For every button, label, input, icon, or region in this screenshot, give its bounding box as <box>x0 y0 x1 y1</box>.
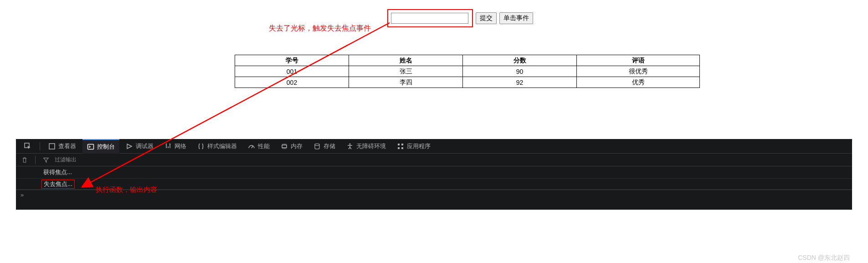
console-icon <box>87 143 94 150</box>
tab-label: 存储 <box>324 142 335 150</box>
cell-score: 90 <box>463 66 577 77</box>
separator <box>40 142 40 150</box>
application-icon <box>397 143 404 150</box>
tab-label: 查看器 <box>58 142 76 150</box>
tab-performance[interactable]: 性能 <box>243 139 274 154</box>
log-highlight-box: 失去焦点... <box>41 180 75 189</box>
th-name: 姓名 <box>349 55 463 66</box>
tab-inspector[interactable]: 查看器 <box>44 139 81 154</box>
tab-label: 网络 <box>175 142 186 150</box>
tab-debugger[interactable]: 调试器 <box>121 139 158 154</box>
svg-rect-9 <box>401 144 403 145</box>
th-score: 分数 <box>463 55 577 66</box>
svg-rect-8 <box>398 144 400 145</box>
tab-label: 应用程序 <box>407 142 431 150</box>
cell-name: 李四 <box>349 77 463 88</box>
devtools-panel: 查看器 控制台 调试器 网络 样式编辑器 性能 内存 存储 <box>16 139 852 210</box>
click-event-button[interactable]: 单击事件 <box>499 12 533 24</box>
data-table: 学号 姓名 分数 评语 001 张三 90 很优秀 002 李四 92 优秀 <box>235 55 700 88</box>
trash-icon[interactable] <box>21 157 28 163</box>
tab-memory[interactable]: 内存 <box>276 139 307 154</box>
cell-comment: 优秀 <box>577 77 700 88</box>
tab-label: 无障碍环境 <box>356 142 386 150</box>
submit-button[interactable]: 提交 <box>476 12 497 24</box>
text-input[interactable] <box>391 13 468 24</box>
separator <box>35 156 36 164</box>
filter-input[interactable]: 过滤输出 <box>55 156 77 164</box>
cell-comment: 很优秀 <box>577 66 700 77</box>
performance-icon <box>248 143 255 150</box>
inspector-icon <box>48 143 56 150</box>
svg-point-6 <box>315 144 319 145</box>
tab-label: 性能 <box>258 142 270 150</box>
console-log-row: 获得焦点... <box>16 166 852 179</box>
debugger-icon <box>126 143 133 150</box>
element-picker-icon <box>24 143 31 150</box>
devtools-tabs: 查看器 控制台 调试器 网络 样式编辑器 性能 内存 存储 <box>16 139 852 154</box>
devtools-pick-button[interactable] <box>20 139 36 154</box>
svg-rect-5 <box>282 145 287 148</box>
memory-icon <box>281 143 288 150</box>
network-icon <box>164 143 172 150</box>
tab-storage[interactable]: 存储 <box>309 139 340 154</box>
th-comment: 评语 <box>577 55 700 66</box>
storage-icon <box>313 143 321 150</box>
accessibility-icon <box>346 143 354 150</box>
th-id: 学号 <box>235 55 349 66</box>
tab-application[interactable]: 应用程序 <box>392 139 435 154</box>
watermark: CSDN @东北赵四 <box>798 254 850 262</box>
svg-point-7 <box>349 143 351 144</box>
cell-score: 92 <box>463 77 577 88</box>
tab-console[interactable]: 控制台 <box>82 139 119 154</box>
console-filter-bar: 过滤输出 <box>16 154 852 166</box>
table-row: 001 张三 90 很优秀 <box>235 66 700 77</box>
cell-id: 002 <box>235 77 349 88</box>
table-row: 002 李四 92 优秀 <box>235 77 700 88</box>
cell-id: 001 <box>235 66 349 77</box>
tab-label: 样式编辑器 <box>207 142 237 150</box>
tab-network[interactable]: 网络 <box>160 139 191 154</box>
style-icon <box>197 143 205 150</box>
svg-rect-11 <box>401 147 403 149</box>
tab-label: 调试器 <box>136 142 154 150</box>
input-highlight-box <box>387 9 473 27</box>
table-header-row: 学号 姓名 分数 评语 <box>235 55 700 66</box>
tab-style-editor[interactable]: 样式编辑器 <box>193 139 241 154</box>
tab-label: 控制台 <box>97 143 115 151</box>
cell-name: 张三 <box>349 66 463 77</box>
svg-rect-2 <box>49 144 55 149</box>
annotation-lost-cursor: 失去了光标，触发失去焦点事件 <box>269 24 371 33</box>
svg-line-4 <box>252 146 253 148</box>
tab-accessibility[interactable]: 无障碍环境 <box>342 139 390 154</box>
annotation-exec-output: 执行函数，输出内容 <box>96 186 157 194</box>
funnel-icon[interactable] <box>43 157 49 163</box>
tab-label: 内存 <box>291 142 303 150</box>
svg-rect-10 <box>398 147 400 149</box>
